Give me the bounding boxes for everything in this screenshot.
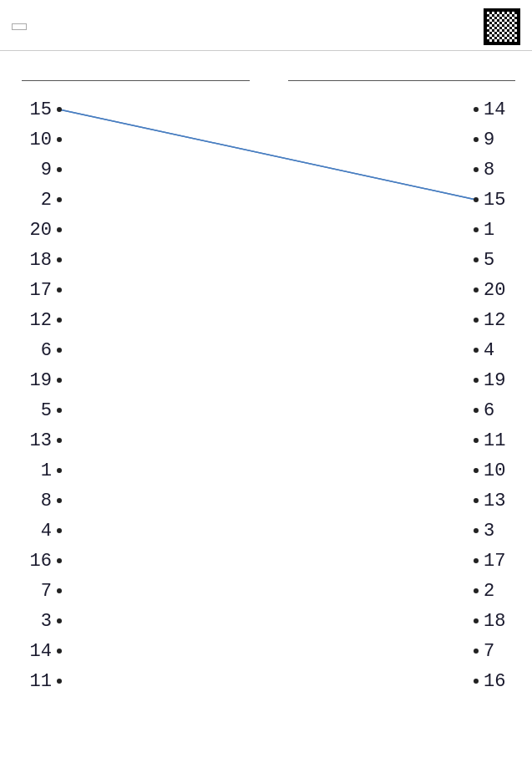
right-row: 2 [469,576,507,606]
right-dot[interactable] [474,408,479,413]
left-row: 10 [25,125,67,155]
right-row: 1 [469,215,507,245]
right-number: 9 [484,130,507,150]
right-dot[interactable] [474,679,479,684]
right-dot[interactable] [474,558,479,563]
right-number: 15 [484,190,507,211]
left-number: 14 [25,641,52,662]
left-dot[interactable] [57,588,62,593]
left-dot[interactable] [57,408,62,413]
left-dot[interactable] [57,257,62,262]
right-dot[interactable] [474,197,479,202]
right-dot[interactable] [474,528,479,533]
right-row: 19 [469,365,507,395]
left-dot[interactable] [57,348,62,353]
left-dot[interactable] [57,318,62,323]
left-column: 1510922018171261951318416731411 [25,94,67,696]
left-dot[interactable] [57,649,62,654]
left-dot[interactable] [57,618,62,623]
right-dot[interactable] [474,468,479,473]
right-number: 3 [484,521,507,542]
right-dot[interactable] [474,438,479,443]
left-dot[interactable] [57,468,62,473]
header-left [12,23,33,30]
left-number: 8 [25,491,52,511]
left-number: 9 [25,160,52,181]
left-dot[interactable] [57,528,62,533]
right-dot[interactable] [474,348,479,353]
left-number: 5 [25,400,52,421]
right-number: 13 [484,491,507,511]
left-number: 3 [25,611,52,632]
right-number: 2 [484,581,507,602]
left-number: 11 [25,671,52,692]
left-dot[interactable] [57,558,62,563]
right-dot[interactable] [474,167,479,172]
left-number: 19 [25,370,52,391]
left-dot[interactable] [57,438,62,443]
right-number: 8 [484,160,507,181]
left-dot[interactable] [57,679,62,684]
right-dot[interactable] [474,287,479,293]
left-number: 13 [25,430,52,451]
right-number: 10 [484,460,507,481]
left-row: 20 [25,215,67,245]
left-number: 20 [25,220,52,241]
right-dot[interactable] [474,257,479,262]
left-dot[interactable] [57,137,62,142]
left-row: 3 [25,606,67,636]
left-number: 10 [25,130,52,150]
right-dot[interactable] [474,498,479,503]
right-dot[interactable] [474,588,479,593]
right-dot[interactable] [474,618,479,623]
right-row: 14 [469,94,507,125]
number-columns: 1510922018171261951318416731411 14981515… [0,94,532,696]
right-number: 11 [484,430,507,451]
qr-pattern [487,12,517,42]
right-row: 11 [469,425,507,455]
left-row: 18 [25,245,67,275]
left-dot[interactable] [57,287,62,293]
left-number: 1 [25,460,52,481]
right-dot[interactable] [474,107,479,112]
right-row: 6 [469,395,507,425]
right-row: 8 [469,155,507,185]
left-dot[interactable] [57,197,62,202]
right-number: 4 [484,340,507,361]
left-dot[interactable] [57,378,62,383]
left-row: 9 [25,155,67,185]
left-dot[interactable] [57,107,62,112]
right-dot[interactable] [474,318,479,323]
left-number: 2 [25,190,52,211]
right-row: 4 [469,335,507,365]
left-number: 7 [25,581,52,602]
left-dot[interactable] [57,167,62,172]
right-row: 17 [469,546,507,576]
right-number: 18 [484,611,507,632]
right-row: 9 [469,125,507,155]
left-dot[interactable] [57,498,62,503]
left-row: 4 [25,516,67,546]
left-number: 15 [25,99,52,120]
right-number: 6 [484,400,507,421]
left-row: 11 [25,666,67,696]
left-row: 5 [25,395,67,425]
left-row: 15 [25,94,67,125]
right-number: 12 [484,310,507,331]
right-row: 20 [469,275,507,305]
left-number: 16 [25,551,52,572]
left-dot[interactable] [57,227,62,232]
left-number: 17 [25,280,52,301]
right-dot[interactable] [474,649,479,654]
left-number: 6 [25,340,52,361]
left-row: 6 [25,335,67,365]
right-dot[interactable] [474,378,479,383]
right-number: 1 [484,220,507,241]
right-dot[interactable] [474,227,479,232]
left-number: 12 [25,310,52,331]
right-row: 16 [469,666,507,696]
right-dot[interactable] [474,137,479,142]
right-row: 5 [469,245,507,275]
title-box [12,23,27,30]
right-row: 7 [469,636,507,666]
